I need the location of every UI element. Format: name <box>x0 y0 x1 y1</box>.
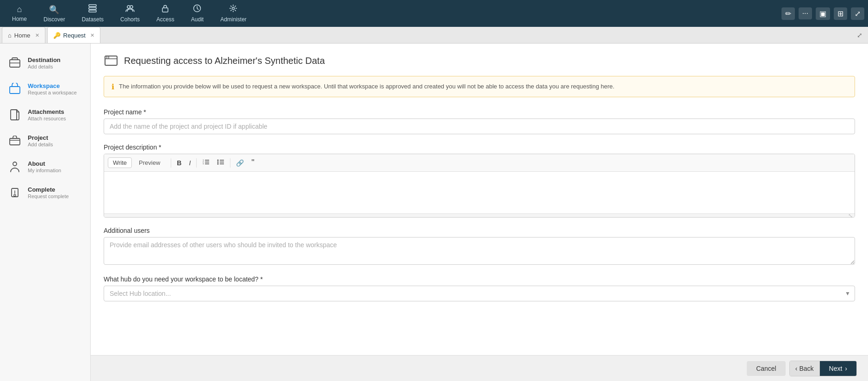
attachments-title: Attachments <box>28 108 66 115</box>
nav-administer-label: Administer <box>220 16 247 23</box>
svg-rect-8 <box>10 60 20 67</box>
workspace-sub: Request a workspace <box>28 90 77 95</box>
page-title-icon <box>104 55 118 67</box>
nav-access-label: Access <box>156 16 174 23</box>
rte-unordered-list-btn[interactable] <box>213 157 228 169</box>
attachments-icon <box>7 107 22 122</box>
svg-point-4 <box>130 6 133 8</box>
svg-point-30 <box>217 160 219 161</box>
rte-divider-2 <box>196 158 197 168</box>
layout-btn[interactable]: ⊞ <box>834 7 847 20</box>
rte-ordered-list-btn[interactable]: 1. 2. 3. <box>198 157 213 169</box>
nav-cohorts-label: Cohorts <box>120 16 140 23</box>
hub-location-select-wrapper: Select Hub location... Hub A Hub B Hub C… <box>104 286 855 301</box>
project-icon <box>7 133 22 148</box>
rte-italic-btn[interactable]: I <box>185 157 194 169</box>
attachments-sub: Attach resources <box>28 116 66 121</box>
about-title: About <box>28 160 61 167</box>
about-text: About My information <box>28 160 61 173</box>
tab-home-close[interactable]: ✕ <box>35 32 39 38</box>
nav-cohorts[interactable]: Cohorts <box>112 1 148 25</box>
sidebar-item-about[interactable]: About My information <box>0 155 90 179</box>
nav-btn-group: ‹ Back Next › <box>789 361 857 376</box>
rte-container: Write Preview B I 1. 2. 3. <box>104 154 855 218</box>
project-name-label: Project name * <box>104 108 855 116</box>
top-nav: ⌂ Home 🔍 Discover Datasets <box>0 0 868 27</box>
nav-home-label: Home <box>12 16 27 22</box>
request-tab-icon: 🔑 <box>53 32 61 39</box>
svg-rect-5 <box>162 8 168 12</box>
view-toggle-btn[interactable]: ▣ <box>816 7 830 20</box>
edit-icon-btn[interactable]: ✏ <box>781 7 795 20</box>
sidebar-item-workspace[interactable]: Workspace Request a workspace <box>0 77 90 101</box>
workspace-text: Workspace Request a workspace <box>28 82 77 95</box>
complete-icon <box>7 185 22 200</box>
destination-icon <box>7 56 22 70</box>
next-button[interactable]: Next › <box>820 361 856 376</box>
about-icon <box>7 159 22 174</box>
svg-point-15 <box>14 194 16 196</box>
access-icon <box>161 4 169 15</box>
sidebar-item-destination[interactable]: Destination Add details <box>0 51 90 75</box>
rte-preview-btn[interactable]: Preview <box>134 157 165 168</box>
datasets-icon <box>88 4 97 15</box>
cancel-button[interactable]: Cancel <box>747 361 786 376</box>
nav-audit[interactable]: Audit <box>183 1 212 25</box>
about-sub: My information <box>28 168 61 173</box>
sidebar-item-attachments[interactable]: Attachments Attach resources <box>0 103 90 127</box>
rte-quote-btn[interactable]: " <box>248 156 258 169</box>
rte-resize-handle: ⤡ <box>104 213 855 217</box>
home-icon: ⌂ <box>17 5 22 14</box>
rte-link-btn[interactable]: 🔗 <box>232 157 248 169</box>
nav-administer[interactable]: Administer <box>212 1 255 25</box>
rte-write-btn[interactable]: Write <box>108 157 132 168</box>
nav-right: ✏ ··· ▣ ⊞ ⤢ <box>781 7 864 20</box>
tab-request[interactable]: 🔑 Request ✕ <box>47 27 100 43</box>
nav-discover[interactable]: 🔍 Discover <box>35 2 74 25</box>
more-options-btn[interactable]: ··· <box>799 7 812 19</box>
fullscreen-btn[interactable]: ⤢ <box>851 7 864 20</box>
svg-rect-0 <box>89 5 96 6</box>
additional-users-group: Additional users <box>104 227 855 266</box>
sidebar-item-project[interactable]: Project Add details <box>0 129 90 153</box>
discover-icon: 🔍 <box>49 5 59 15</box>
svg-point-3 <box>127 6 130 8</box>
svg-rect-12 <box>10 138 20 145</box>
project-description-group: Project description * Write Preview B I <box>104 144 855 218</box>
tab-home[interactable]: ⌂ Home ✕ <box>2 27 45 43</box>
project-name-input[interactable] <box>104 119 855 134</box>
destination-sub: Add details <box>28 64 61 69</box>
svg-point-32 <box>217 163 219 165</box>
nav-home[interactable]: ⌂ Home <box>4 2 35 25</box>
info-icon: ℹ <box>112 82 114 91</box>
main-content: Requesting access to Alzheimer's Synthet… <box>91 44 868 381</box>
back-label: Back <box>799 365 813 372</box>
additional-users-textarea[interactable] <box>104 237 855 265</box>
rte-divider <box>171 158 171 168</box>
tab-home-label: Home <box>14 32 31 39</box>
nav-access[interactable]: Access <box>148 1 183 25</box>
hub-location-select[interactable]: Select Hub location... Hub A Hub B Hub C <box>104 286 855 301</box>
workspace-icon <box>7 81 22 96</box>
rte-body[interactable] <box>104 172 855 213</box>
svg-rect-10 <box>10 87 20 94</box>
rte-bold-btn[interactable]: B <box>173 157 185 169</box>
tab-request-close[interactable]: ✕ <box>90 32 94 38</box>
back-button[interactable]: ‹ Back <box>790 361 820 376</box>
page-title-row: Requesting access to Alzheimer's Synthet… <box>104 55 855 67</box>
tabs-bar: ⌂ Home ✕ 🔑 Request ✕ ⤢ <box>0 27 868 44</box>
hub-location-label: What hub do you need your workspace to b… <box>104 275 855 283</box>
attachments-text: Attachments Attach resources <box>28 108 66 121</box>
tab-request-label: Request <box>63 32 86 39</box>
info-banner-text: The information you provide below will b… <box>119 82 614 91</box>
svg-rect-11 <box>11 110 17 120</box>
project-name-group: Project name * <box>104 108 855 134</box>
project-sub: Add details <box>28 142 53 147</box>
expand-btn[interactable]: ⤢ <box>857 31 862 39</box>
footer-bar: Cancel ‹ Back Next › <box>91 355 868 381</box>
administer-icon <box>229 4 237 15</box>
nav-datasets[interactable]: Datasets <box>74 1 112 25</box>
svg-point-31 <box>217 162 219 163</box>
sidebar-item-complete[interactable]: Complete Request complete <box>0 181 90 205</box>
additional-users-label: Additional users <box>104 227 855 234</box>
